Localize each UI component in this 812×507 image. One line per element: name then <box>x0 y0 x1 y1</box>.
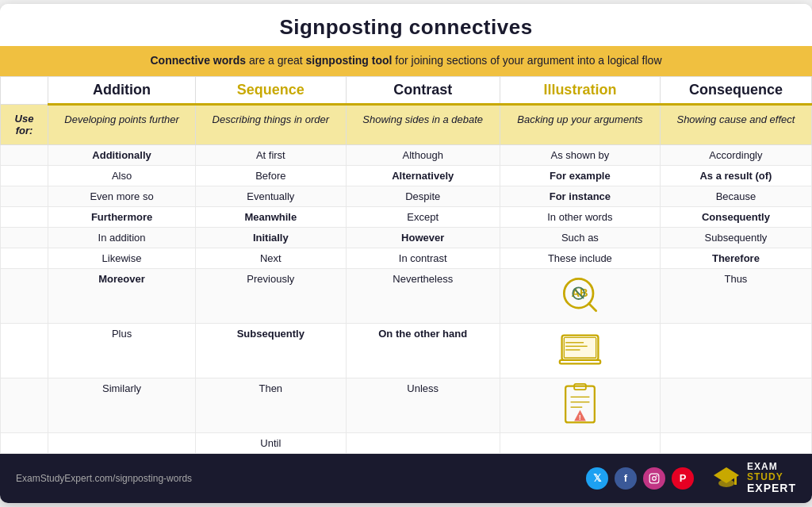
svg-text:!: ! <box>579 413 581 421</box>
cell-consequence-8 <box>660 378 811 432</box>
cell-addition-1: Also <box>48 165 196 186</box>
use-for-label: Use for: <box>1 104 48 144</box>
table-row: AdditionallyAt firstAlthoughAs shown byA… <box>1 144 812 165</box>
cell-addition-6: Moreover <box>48 268 196 323</box>
table-row: LikewiseNextIn contrastThese includeTher… <box>1 248 812 268</box>
title-bar: Signposting connectives <box>0 4 812 46</box>
brand-expert: EXPERT <box>747 482 796 494</box>
twitter-icon[interactable]: 𝕏 <box>586 467 608 490</box>
bold-word: On the other hand <box>378 328 467 340</box>
svg-rect-6 <box>560 360 600 364</box>
cell-contrast-0: Although <box>346 144 500 165</box>
use-for-illustration: Backing up your arguments <box>500 104 660 144</box>
clipboard-warning-illustration: ! <box>558 382 602 426</box>
cell-addition-3: Furthermore <box>48 206 196 227</box>
cell-contrast-5: In contrast <box>346 248 500 268</box>
cell-addition-5: Likewise <box>48 248 196 268</box>
cell-illustration-2: For instance <box>500 186 660 206</box>
cell-contrast-3: Except <box>346 206 500 227</box>
subtitle-bold1: Connective words <box>150 54 246 67</box>
cell-illustration-0: As shown by <box>500 144 660 165</box>
cell-addition-4: In addition <box>48 227 196 248</box>
cell-addition-2: Even more so <box>48 186 196 206</box>
table-row: Until <box>1 432 812 453</box>
cell-addition-9 <box>48 432 196 453</box>
table-row: MoreoverPreviouslyNevertheless AB Thus <box>1 268 812 323</box>
col-header-illustration: Illustration <box>500 76 660 104</box>
table-row: In additionInitiallyHoweverSuch asSubseq… <box>1 227 812 248</box>
row-label-empty <box>1 186 48 206</box>
bold-word: Consequently <box>702 211 770 223</box>
cell-contrast-8: Unless <box>346 378 500 432</box>
row-label-empty <box>1 206 48 227</box>
footer-url: ExamStudyExpert.com/signposting-words <box>16 473 192 484</box>
cell-illustration-4: Such as <box>500 227 660 248</box>
cell-addition-0: Additionally <box>48 144 196 165</box>
bold-word: Initially <box>253 232 289 244</box>
use-for-sequence: Describing things in order <box>196 104 346 144</box>
svg-rect-17 <box>649 474 659 483</box>
cell-sequence-4: Initially <box>196 227 346 248</box>
cell-consequence-9 <box>660 432 811 453</box>
subtitle-rest: for joining sections of your argument in… <box>392 54 661 67</box>
row-label-empty <box>1 248 48 268</box>
cell-sequence-7: Subsequently <box>196 323 346 378</box>
bold-word: Additionally <box>92 149 151 161</box>
table-row: SimilarlyThenUnless ! <box>1 378 812 432</box>
cell-sequence-2: Eventually <box>196 186 346 206</box>
cell-sequence-3: Meanwhile <box>196 206 346 227</box>
pinterest-icon[interactable]: P <box>672 467 694 490</box>
col-header-contrast: Contrast <box>346 76 500 104</box>
row-label-empty <box>1 165 48 186</box>
cell-illustration-5: These include <box>500 248 660 268</box>
row-label-empty <box>1 144 48 165</box>
brand-logo: EXAM STUDY EXPERT <box>712 462 796 495</box>
row-label-empty <box>1 323 48 378</box>
use-for-consequence: Showing cause and effect <box>660 104 811 144</box>
row-label-empty <box>1 268 48 323</box>
cell-contrast-9 <box>346 432 500 453</box>
cell-illustration-1: For example <box>500 165 660 186</box>
cell-sequence-8: Then <box>196 378 346 432</box>
col-header-sequence: Sequence <box>196 76 346 104</box>
subtitle-intro: are a great <box>246 54 306 67</box>
row-label-empty <box>1 227 48 248</box>
header-row: Addition Sequence Contrast Illustration … <box>1 76 812 104</box>
cell-illustration-3: In other words <box>500 206 660 227</box>
cell-illustration-6: AB <box>500 268 660 323</box>
footer: ExamStudyExpert.com/signposting-words 𝕏 … <box>0 454 812 503</box>
col-header-consequence: Consequence <box>660 76 811 104</box>
svg-line-2 <box>588 303 596 310</box>
brand-graduation-icon <box>712 464 741 493</box>
subtitle-bold2: signposting tool <box>306 54 393 67</box>
cell-consequence-7 <box>660 323 811 378</box>
use-for-addition: Developing points further <box>48 104 196 144</box>
main-card: Signposting connectives Connective words… <box>0 4 812 502</box>
row-label-empty <box>1 432 48 453</box>
brand-text: EXAM STUDY EXPERT <box>747 462 796 495</box>
table-row: FurthermoreMeanwhileExceptIn other words… <box>1 206 812 227</box>
ab-search-illustration: AB <box>558 273 602 317</box>
cell-contrast-4: However <box>346 227 500 248</box>
cell-contrast-1: Alternatively <box>346 165 500 186</box>
row-label-empty <box>1 378 48 432</box>
cell-consequence-6: Thus <box>660 268 811 323</box>
cell-consequence-5: Therefore <box>660 248 811 268</box>
cell-consequence-3: Consequently <box>660 206 811 227</box>
subtitle-bar: Connective words are a great signposting… <box>0 46 812 76</box>
bold-word: Subsequently <box>237 328 304 340</box>
instagram-icon[interactable] <box>643 467 665 490</box>
bold-word: As a result (of) <box>699 170 772 182</box>
svg-rect-5 <box>564 337 596 358</box>
svg-point-19 <box>656 475 657 477</box>
facebook-icon[interactable]: f <box>615 467 637 490</box>
cell-sequence-9: Until <box>196 432 346 453</box>
use-for-contrast: Showing sides in a debate <box>346 104 500 144</box>
table-row: PlusSubsequentlyOn the other hand <box>1 323 812 378</box>
cell-illustration-9 <box>500 432 660 453</box>
cell-sequence-5: Next <box>196 248 346 268</box>
cell-illustration-8: ! <box>500 378 660 432</box>
svg-point-22 <box>718 479 734 487</box>
bold-word: Meanwhile <box>244 211 297 223</box>
cell-contrast-6: Nevertheless <box>346 268 500 323</box>
